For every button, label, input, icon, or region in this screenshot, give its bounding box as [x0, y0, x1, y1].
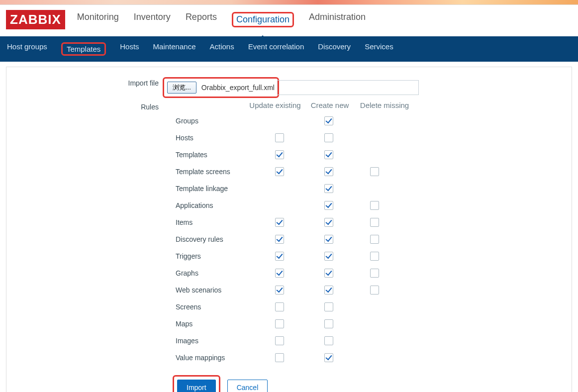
rule-name: Template linkage — [176, 185, 253, 193]
checkbox-template-screens-update-existing[interactable] — [275, 167, 284, 176]
file-input-tail[interactable] — [277, 80, 419, 95]
zabbix-logo[interactable]: ZABBIX — [6, 10, 65, 29]
main-nav-administration[interactable]: Administration — [307, 9, 368, 30]
checkbox-images-update-existing[interactable] — [275, 336, 284, 345]
browse-button[interactable]: 浏览... — [167, 82, 196, 94]
rule-name: Hosts — [176, 134, 253, 142]
checkbox-screens-create-new[interactable] — [324, 302, 333, 311]
rules-row: Rules Update existing Create new Delete … — [16, 101, 562, 392]
checkbox-discovery-rules-create-new[interactable] — [324, 235, 333, 244]
sub-nav-actions[interactable]: Actions — [209, 40, 235, 58]
checkbox-graphs-update-existing[interactable] — [275, 269, 284, 278]
header-delete-missing: Delete missing — [355, 101, 414, 109]
rule-row: Web scenarios — [176, 282, 414, 298]
rule-row: Graphs — [176, 265, 414, 282]
checkbox-value-mappings-create-new[interactable] — [324, 353, 333, 362]
import-button-highlight: Import — [173, 375, 220, 392]
checkbox-screens-update-existing[interactable] — [275, 302, 284, 311]
checkbox-discovery-rules-update-existing[interactable] — [275, 235, 284, 244]
import-file-label: Import file — [16, 77, 166, 87]
checkbox-triggers-create-new[interactable] — [324, 252, 333, 261]
rule-row: Applications — [176, 197, 414, 214]
rule-name: Applications — [176, 201, 253, 209]
checkbox-hosts-update-existing[interactable] — [275, 133, 284, 142]
rule-row: Images — [176, 332, 414, 349]
checkbox-template-screens-create-new[interactable] — [324, 167, 333, 176]
rules-table: Update existing Create new Delete missin… — [176, 101, 414, 392]
checkbox-items-create-new[interactable] — [324, 218, 333, 227]
rule-name: Template screens — [176, 168, 253, 176]
rule-row: Template screens — [176, 163, 414, 180]
sub-nav-services[interactable]: Services — [364, 40, 394, 58]
rule-row: Hosts — [176, 129, 414, 146]
checkbox-web-scenarios-delete-missing[interactable] — [370, 286, 379, 294]
rule-name: Groups — [176, 117, 253, 125]
checkbox-value-mappings-update-existing[interactable] — [275, 353, 284, 362]
main-nav-monitoring[interactable]: Monitoring — [75, 9, 121, 30]
checkbox-web-scenarios-create-new[interactable] — [324, 286, 333, 294]
checkbox-templates-update-existing[interactable] — [275, 150, 284, 159]
sub-nav-hosts[interactable]: Hosts — [119, 40, 140, 58]
checkbox-maps-create-new[interactable] — [324, 319, 333, 328]
main-nav-reports[interactable]: Reports — [184, 9, 219, 30]
rules-header: Update existing Create new Delete missin… — [176, 101, 414, 109]
checkbox-triggers-update-existing[interactable] — [275, 252, 284, 261]
sub-nav-event-correlation[interactable]: Event correlation — [247, 40, 305, 58]
checkbox-items-delete-missing[interactable] — [370, 218, 379, 227]
header-update-existing: Update existing — [245, 101, 305, 109]
checkbox-discovery-rules-delete-missing[interactable] — [370, 235, 379, 244]
rule-name: Discovery rules — [176, 235, 253, 243]
checkbox-graphs-delete-missing[interactable] — [370, 269, 379, 278]
import-button[interactable]: Import — [177, 380, 216, 392]
checkbox-triggers-delete-missing[interactable] — [370, 252, 379, 261]
header: ZABBIX MonitoringInventoryReportsConfigu… — [0, 5, 578, 36]
checkbox-groups-create-new[interactable] — [324, 116, 333, 125]
rule-row: Templates — [176, 146, 414, 163]
content-panel: Import file 浏览... Orabbix_export_full.xm… — [6, 67, 572, 392]
sub-nav-discovery[interactable]: Discovery — [317, 40, 352, 58]
checkbox-hosts-create-new[interactable] — [324, 133, 333, 142]
button-row: Import Cancel — [176, 375, 268, 392]
main-nav-configuration[interactable]: Configuration — [230, 9, 296, 30]
sub-nav-maintenance[interactable]: Maintenance — [152, 40, 197, 58]
nav-pointer-icon — [259, 35, 267, 39]
rule-row: Value mappings — [176, 349, 414, 366]
sub-nav: Host groupsTemplatesHostsMaintenanceActi… — [0, 36, 578, 62]
main-nav-inventory[interactable]: Inventory — [132, 9, 173, 30]
checkbox-applications-delete-missing[interactable] — [370, 201, 379, 210]
rule-row: Template linkage — [176, 180, 414, 197]
rule-name: Value mappings — [176, 354, 253, 362]
rule-name: Images — [176, 337, 253, 345]
checkbox-maps-update-existing[interactable] — [275, 319, 284, 328]
rule-name: Templates — [176, 151, 253, 159]
rule-row: Screens — [176, 298, 414, 315]
selected-file-name: Orabbix_export_full.xml — [201, 84, 275, 92]
import-file-row: Import file 浏览... Orabbix_export_full.xm… — [16, 77, 562, 98]
rule-row: Discovery rules — [176, 231, 414, 248]
checkbox-template-screens-delete-missing[interactable] — [370, 167, 379, 176]
rule-name: Maps — [176, 320, 253, 328]
import-file-highlight: 浏览... Orabbix_export_full.xml — [163, 77, 279, 98]
rule-name: Graphs — [176, 269, 253, 277]
sub-nav-templates[interactable]: Templates — [60, 40, 107, 58]
rules-label: Rules — [16, 101, 166, 111]
rule-name: Screens — [176, 303, 253, 311]
rule-row: Groups — [176, 112, 414, 129]
checkbox-template-linkage-create-new[interactable] — [324, 184, 333, 193]
checkbox-applications-create-new[interactable] — [324, 201, 333, 210]
rule-row: Items — [176, 214, 414, 231]
rule-name: Web scenarios — [176, 286, 253, 294]
checkbox-graphs-create-new[interactable] — [324, 269, 333, 278]
main-nav: MonitoringInventoryReportsConfigurationA… — [75, 9, 368, 30]
cancel-button[interactable]: Cancel — [227, 380, 268, 392]
checkbox-images-create-new[interactable] — [324, 336, 333, 345]
checkbox-items-update-existing[interactable] — [275, 218, 284, 227]
checkbox-templates-create-new[interactable] — [324, 150, 333, 159]
checkbox-web-scenarios-update-existing[interactable] — [275, 286, 284, 294]
sub-nav-host-groups[interactable]: Host groups — [6, 40, 48, 58]
rule-name: Items — [176, 218, 253, 226]
rule-row: Triggers — [176, 248, 414, 265]
rule-row: Maps — [176, 315, 414, 332]
browser-top-strip — [0, 0, 578, 5]
header-create-new: Create new — [305, 101, 355, 109]
